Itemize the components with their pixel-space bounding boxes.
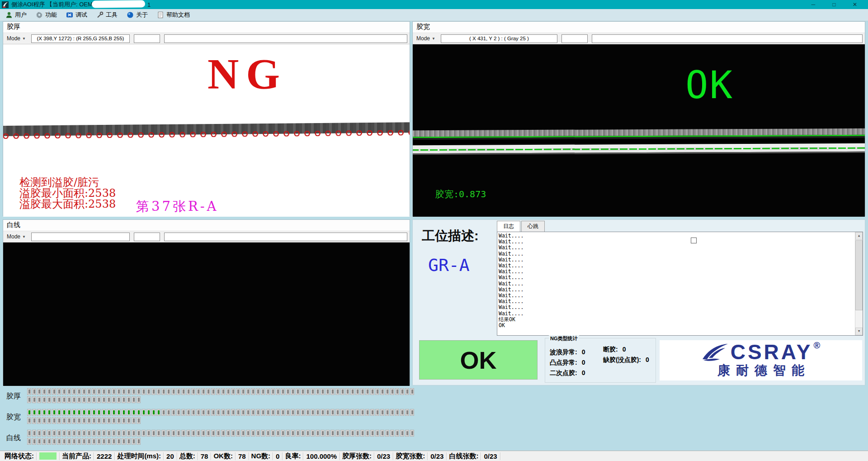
image-view-glue-width[interactable]: OK 胶宽:0.873 xyxy=(413,44,865,217)
progress-square xyxy=(62,388,66,395)
scroll-up-icon[interactable]: ▲ xyxy=(855,232,863,240)
progress-square xyxy=(57,396,61,403)
progress-square xyxy=(261,388,265,395)
progress-square xyxy=(271,430,275,437)
progress-square xyxy=(151,409,156,416)
image-view-glue-thickness[interactable]: NG 检测到溢胶/脏污 溢胶最小面积:2538 溢胶最大面积:2538 第37张… xyxy=(3,44,410,217)
progress-square xyxy=(186,409,190,416)
progress-square xyxy=(360,388,364,395)
minimize-button[interactable]: ─ xyxy=(803,0,824,9)
menu-item-user[interactable]: 用户 xyxy=(2,10,32,20)
progress-square xyxy=(87,388,91,395)
log-list[interactable]: Wait....Wait....Wait....Wait....Wait....… xyxy=(497,232,863,336)
input-small-glue-thickness[interactable] xyxy=(134,34,160,43)
input-small-white-line[interactable] xyxy=(134,233,160,241)
progress-square xyxy=(47,396,51,403)
progress-square xyxy=(296,388,300,395)
ng-stat-label: 二次点胶: xyxy=(550,369,577,377)
progress-square xyxy=(112,438,116,445)
tab-heartbeat[interactable]: 心跳 xyxy=(521,221,545,232)
progress-square xyxy=(311,409,315,416)
overall-result-button[interactable]: OK xyxy=(419,340,538,380)
progress-square xyxy=(201,409,205,416)
progress-square xyxy=(311,388,315,395)
menu-item-about[interactable]: 关于 xyxy=(123,10,153,20)
pixel-readout-white-line xyxy=(31,233,130,241)
scrollbar-thumb[interactable] xyxy=(855,240,863,310)
progress-square xyxy=(127,396,131,403)
log-line: Wait.... xyxy=(499,293,863,299)
progress-square xyxy=(127,388,131,395)
progress-square xyxy=(171,388,175,395)
progress-square xyxy=(82,430,86,437)
progress-row xyxy=(27,409,414,416)
progress-square xyxy=(87,417,91,424)
progress-square xyxy=(231,388,235,395)
divider xyxy=(374,452,374,460)
image-view-white-line[interactable] xyxy=(3,242,410,386)
menu-item-label: 功能 xyxy=(45,11,57,19)
progress-square xyxy=(32,388,36,395)
app-window: 侧涂AOI程序 【当前用户: OEM】 编 1 ─ □ ✕ 用户功能调试工具关于… xyxy=(0,0,868,461)
input-long-glue-width[interactable] xyxy=(592,34,863,43)
progress-square xyxy=(181,388,185,395)
progress-square xyxy=(246,388,250,395)
progress-square xyxy=(82,417,86,424)
log-line: Wait.... xyxy=(499,251,863,257)
progress-square xyxy=(266,430,270,437)
status-value: 0/23 xyxy=(430,452,443,460)
input-long-glue-thickness[interactable] xyxy=(164,34,407,43)
status-label: 当前产品: xyxy=(62,452,91,461)
progress-square xyxy=(350,430,354,437)
status-value: 78 xyxy=(238,452,246,460)
progress-square xyxy=(77,388,81,395)
input-small-glue-width[interactable] xyxy=(561,34,588,43)
input-long-white-line[interactable] xyxy=(164,233,407,241)
status-label: 总数: xyxy=(179,452,195,461)
scroll-down-icon[interactable]: ▼ xyxy=(855,328,863,335)
progress-square xyxy=(82,396,86,403)
log-checkbox[interactable] xyxy=(691,238,697,243)
status-label: 网络状态: xyxy=(5,452,34,461)
progress-square xyxy=(405,409,409,416)
menu-item-tools[interactable]: 工具 xyxy=(93,10,123,20)
progress-square xyxy=(77,396,81,403)
progress-square xyxy=(156,388,160,395)
divider xyxy=(114,452,115,460)
menu-item-features[interactable]: 功能 xyxy=(32,10,62,20)
progress-square xyxy=(181,430,185,437)
chevron-down-icon: ▼ xyxy=(22,235,26,239)
log-line: Wait.... xyxy=(499,257,863,263)
divider xyxy=(481,452,481,460)
progress-square xyxy=(117,409,121,416)
mode-dropdown-glue-thickness[interactable]: Mode ▼ xyxy=(5,35,27,42)
progress-square xyxy=(37,430,41,437)
menu-item-debug[interactable]: 调试 xyxy=(62,10,93,20)
mode-dropdown-glue-width[interactable]: Mode ▼ xyxy=(415,35,437,42)
status-value: 0/23 xyxy=(484,452,497,460)
progress-square xyxy=(77,417,81,424)
ng-stat-label: 断胶: xyxy=(603,346,618,354)
menu-item-label: 帮助文档 xyxy=(166,11,190,19)
maximize-button[interactable]: □ xyxy=(824,0,844,9)
tab-log[interactable]: 日志 xyxy=(497,221,520,232)
progress-square xyxy=(102,417,106,424)
panel-title-white-line: 白线 xyxy=(3,220,410,231)
mode-dropdown-white-line[interactable]: Mode ▼ xyxy=(5,233,27,240)
progress-square xyxy=(97,430,101,437)
progress-square xyxy=(82,409,86,416)
progress-square xyxy=(32,396,36,403)
progress-square xyxy=(47,409,51,416)
progress-square xyxy=(57,388,61,395)
log-scrollbar[interactable]: ▲ ▼ xyxy=(855,232,863,335)
progress-square xyxy=(52,388,56,395)
menu-item-help[interactable]: 帮助文档 xyxy=(153,10,195,20)
progress-square xyxy=(335,388,340,395)
progress-square xyxy=(87,396,91,403)
close-button[interactable]: ✕ xyxy=(844,0,865,9)
frame-number-label: 第37张R-A xyxy=(136,198,218,216)
status-bar: 网络状态:当前产品:2222处理时间(ms):20总数:78OK数:78NG数:… xyxy=(0,451,868,461)
defect-markers xyxy=(3,129,410,139)
progress-square xyxy=(92,396,96,403)
status-value: 100.000% xyxy=(306,452,337,460)
